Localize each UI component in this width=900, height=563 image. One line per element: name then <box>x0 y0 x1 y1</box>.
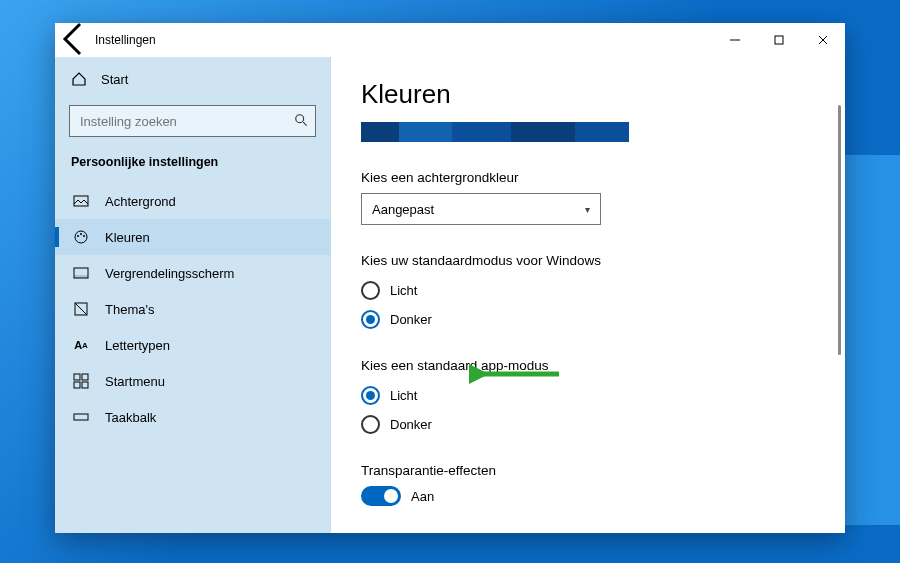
picture-icon <box>73 193 89 209</box>
transparency-toggle[interactable] <box>361 486 401 506</box>
home-icon <box>71 71 87 87</box>
svg-rect-13 <box>82 382 88 388</box>
sidebar-item-label: Vergrendelingsscherm <box>105 266 234 281</box>
lock-screen-icon <box>73 265 89 281</box>
close-button[interactable] <box>801 23 845 57</box>
sidebar-item-label: Thema's <box>105 302 154 317</box>
back-button[interactable] <box>55 19 95 62</box>
svg-rect-2 <box>74 196 88 206</box>
maximize-button[interactable] <box>757 23 801 57</box>
minimize-button[interactable] <box>713 23 757 57</box>
sidebar-item-label: Kleuren <box>105 230 150 245</box>
sidebar-item-achtergrond[interactable]: Achtergrond <box>55 183 330 219</box>
windows-mode-dark[interactable]: Donker <box>361 305 845 334</box>
sidebar-item-lettertypen[interactable]: AA Lettertypen <box>55 327 330 363</box>
svg-point-3 <box>75 231 87 243</box>
radio-icon <box>361 281 380 300</box>
windows-mode-light[interactable]: Licht <box>361 276 845 305</box>
search-icon <box>294 113 308 131</box>
svg-rect-14 <box>74 414 88 420</box>
content-area: Kleuren Kies een achtergrondkleur Aangep… <box>331 57 845 533</box>
start-icon <box>73 373 89 389</box>
bgcolor-value: Aangepast <box>372 202 434 217</box>
home-label: Start <box>101 72 128 87</box>
color-preview-strip <box>361 122 629 142</box>
svg-rect-11 <box>82 374 88 380</box>
windows-mode-label: Kies uw standaardmodus voor Windows <box>361 253 845 268</box>
titlebar: Instellingen <box>55 23 845 57</box>
svg-rect-10 <box>74 374 80 380</box>
minimize-icon <box>730 35 740 45</box>
svg-rect-0 <box>775 36 783 44</box>
maximize-icon <box>774 35 784 45</box>
search-input[interactable] <box>69 105 316 137</box>
app-mode-dark[interactable]: Donker <box>361 410 845 439</box>
sidebar-item-label: Achtergrond <box>105 194 176 209</box>
page-title: Kleuren <box>361 79 845 110</box>
palette-icon <box>73 229 89 245</box>
radio-label: Donker <box>390 417 432 432</box>
font-icon: AA <box>73 337 89 353</box>
chevron-down-icon: ▾ <box>585 204 590 215</box>
arrow-left-icon <box>55 19 95 59</box>
window-title: Instellingen <box>95 33 156 47</box>
sidebar-item-label: Startmenu <box>105 374 165 389</box>
svg-point-6 <box>83 235 85 237</box>
sidebar-item-label: Lettertypen <box>105 338 170 353</box>
sidebar-item-startmenu[interactable]: Startmenu <box>55 363 330 399</box>
app-mode-group: Licht Donker <box>361 381 845 439</box>
windows-mode-group: Licht Donker <box>361 276 845 334</box>
radio-icon <box>361 415 380 434</box>
svg-rect-8 <box>74 275 88 278</box>
radio-icon <box>361 386 380 405</box>
radio-label: Licht <box>390 388 417 403</box>
sidebar-item-themas[interactable]: Thema's <box>55 291 330 327</box>
svg-point-5 <box>80 233 82 235</box>
bgcolor-dropdown[interactable]: Aangepast ▾ <box>361 193 601 225</box>
close-icon <box>818 35 828 45</box>
toggle-state-label: Aan <box>411 489 434 504</box>
sidebar-item-kleuren[interactable]: Kleuren <box>55 219 330 255</box>
svg-point-4 <box>77 235 79 237</box>
radio-label: Licht <box>390 283 417 298</box>
sidebar-item-taakbalk[interactable]: Taakbalk <box>55 399 330 435</box>
sidebar-item-vergrendelingsscherm[interactable]: Vergrendelingsscherm <box>55 255 330 291</box>
sidebar: Start Persoonlijke instellingen Achtergr… <box>55 57 331 533</box>
sidebar-section-header: Persoonlijke instellingen <box>55 151 330 183</box>
app-mode-label: Kies een standaard app-modus <box>361 358 845 373</box>
scrollbar[interactable] <box>838 105 841 355</box>
app-mode-light[interactable]: Licht <box>361 381 845 410</box>
sidebar-item-label: Taakbalk <box>105 410 156 425</box>
radio-icon <box>361 310 380 329</box>
radio-label: Donker <box>390 312 432 327</box>
transparency-label: Transparantie-effecten <box>361 463 845 478</box>
svg-rect-12 <box>74 382 80 388</box>
settings-window: Instellingen Start Persoonlijke instelli… <box>55 23 845 533</box>
nav-list: Achtergrond Kleuren Vergrendelingsscherm… <box>55 183 330 435</box>
svg-point-1 <box>296 115 304 123</box>
theme-icon <box>73 301 89 317</box>
home-button[interactable]: Start <box>55 63 330 95</box>
bgcolor-label: Kies een achtergrondkleur <box>361 170 845 185</box>
taskbar-icon <box>73 409 89 425</box>
